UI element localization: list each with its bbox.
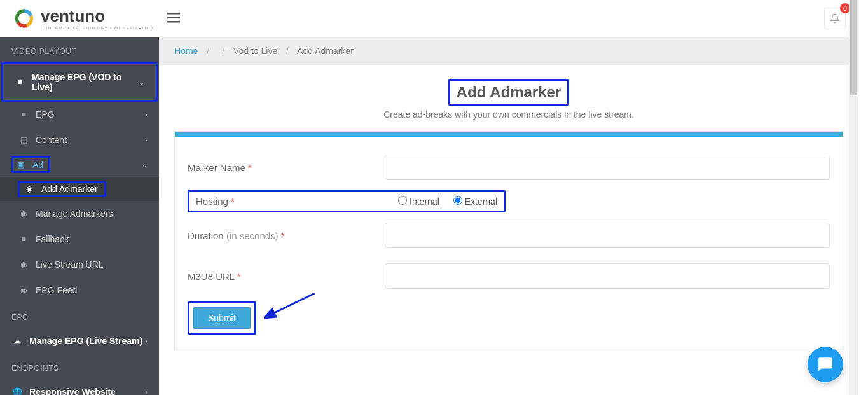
page-subtitle: Create ad-breaks with your own commercia… xyxy=(159,109,858,120)
panel-accent-bar xyxy=(175,132,843,137)
svg-rect-3 xyxy=(167,21,180,23)
sidebar-item-content[interactable]: ▤ Content › xyxy=(0,127,159,153)
brand-tagline: CONTENT • TECHNOLOGY • MONETIZATION xyxy=(41,26,155,30)
sidebar-item-epg[interactable]: ■ EPG › xyxy=(0,102,159,127)
label-duration: Duration (in seconds) * xyxy=(188,230,385,241)
sidebar-item-manage-epg-live[interactable]: ☁ Manage EPG (Live Stream) › xyxy=(0,328,159,354)
sidebar-item-live-stream-url[interactable]: ◉ Live Stream URL xyxy=(0,252,159,277)
sidebar-item-add-admarker[interactable]: ◉ Add Admarker xyxy=(0,177,159,201)
radio-hosting-external-label[interactable]: External xyxy=(453,196,497,207)
radio-hosting-internal-label[interactable]: Internal xyxy=(398,196,439,207)
breadcrumb-add-admarker: Add Admarker xyxy=(297,46,354,56)
sidebar-item-fallback[interactable]: ■ Fallback xyxy=(0,226,159,252)
menu-toggle-icon[interactable] xyxy=(167,13,180,25)
sidebar-item-manage-epg-vod[interactable]: ■ Manage EPG (VOD to Live) ⌄ xyxy=(1,62,158,102)
breadcrumb-home[interactable]: Home xyxy=(174,46,198,56)
sidebar-item-label: Fallback xyxy=(36,234,69,244)
brand-name: ventuno xyxy=(41,8,155,24)
sidebar-section-endpoints: ENDPOINTS xyxy=(0,354,159,379)
ad-icon: ▣ xyxy=(15,160,26,169)
browser-scrollbar[interactable] xyxy=(849,0,858,395)
submit-button[interactable]: Submit xyxy=(193,307,251,329)
camera-icon: ■ xyxy=(18,110,29,119)
sidebar-item-label: EPG xyxy=(36,109,55,120)
breadcrumb-vod-to-live: Vod to Live xyxy=(233,46,277,56)
sidebar-item-epg-feed[interactable]: ◉ EPG Feed xyxy=(0,277,159,303)
sidebar-item-label: Content xyxy=(36,135,67,145)
sidebar-item-ad[interactable]: ▣ Ad ⌄ xyxy=(0,153,159,177)
svg-rect-1 xyxy=(167,13,180,15)
sidebar-section-video-playout: VIDEO PLAYOUT xyxy=(0,37,159,62)
sidebar-item-manage-admarkers[interactable]: ◉ Manage Admarkers xyxy=(0,201,159,226)
chevron-right-icon: › xyxy=(145,111,148,118)
logo[interactable]: ventuno CONTENT • TECHNOLOGY • MONETIZAT… xyxy=(13,7,155,30)
sidebar-item-responsive-website[interactable]: 🌐 Responsive Website › xyxy=(0,379,159,395)
input-m3u8-url[interactable] xyxy=(385,263,830,289)
sidebar-item-label: Manage EPG (Live Stream) xyxy=(29,336,142,346)
svg-point-0 xyxy=(18,13,30,24)
sidebar-item-label: Ad xyxy=(32,160,43,170)
cloud-icon: ☁ xyxy=(11,336,23,345)
sidebar-item-label: EPG Feed xyxy=(36,285,77,295)
svg-rect-2 xyxy=(167,17,180,18)
camera-icon: ■ xyxy=(18,235,29,244)
document-icon: ▤ xyxy=(18,135,29,144)
logo-mark-icon xyxy=(13,7,36,30)
label-hosting: Hosting * xyxy=(196,196,235,207)
radio-hosting-internal[interactable] xyxy=(398,196,407,205)
record-icon: ◉ xyxy=(24,184,35,193)
chevron-down-icon: ⌄ xyxy=(139,78,144,87)
sidebar-item-label: Manage EPG (VOD to Live) xyxy=(32,72,139,92)
sidebar-item-label: Responsive Website xyxy=(29,387,116,395)
scrollbar-thumb[interactable] xyxy=(850,0,857,95)
chevron-right-icon: › xyxy=(145,337,148,345)
sidebar-item-label: Add Admarker xyxy=(41,184,98,194)
page-title: Add Admarker xyxy=(448,79,569,106)
sidebar-item-label: Live Stream URL xyxy=(36,260,104,270)
main-content: Home // Vod to Live / Add Admarker Add A… xyxy=(159,37,858,395)
label-marker-name: Marker Name * xyxy=(188,162,385,173)
svg-line-4 xyxy=(272,293,315,314)
form-panel: Marker Name * Hosting * xyxy=(174,131,843,350)
label-m3u8-url: M3U8 URL * xyxy=(188,271,385,282)
input-duration[interactable] xyxy=(385,223,830,248)
record-icon: ◉ xyxy=(18,260,29,269)
input-marker-name[interactable] xyxy=(385,155,830,180)
chevron-right-icon: › xyxy=(145,136,148,144)
chevron-right-icon: › xyxy=(145,388,148,395)
chevron-down-icon: ⌄ xyxy=(142,161,148,169)
radio-hosting-external[interactable] xyxy=(453,196,462,205)
notifications-button[interactable]: 0 xyxy=(824,8,846,29)
sidebar: VIDEO PLAYOUT ■ Manage EPG (VOD to Live)… xyxy=(0,37,159,395)
sidebar-section-epg: EPG xyxy=(0,303,159,328)
globe-icon: 🌐 xyxy=(11,387,23,395)
record-icon: ◉ xyxy=(18,209,29,218)
sidebar-item-label: Manage Admarkers xyxy=(36,209,113,219)
breadcrumb: Home // Vod to Live / Add Admarker xyxy=(159,37,858,65)
record-icon: ◉ xyxy=(18,286,29,295)
chat-button[interactable] xyxy=(808,347,843,382)
camera-icon: ■ xyxy=(15,78,25,87)
topbar: ventuno CONTENT • TECHNOLOGY • MONETIZAT… xyxy=(0,0,858,37)
